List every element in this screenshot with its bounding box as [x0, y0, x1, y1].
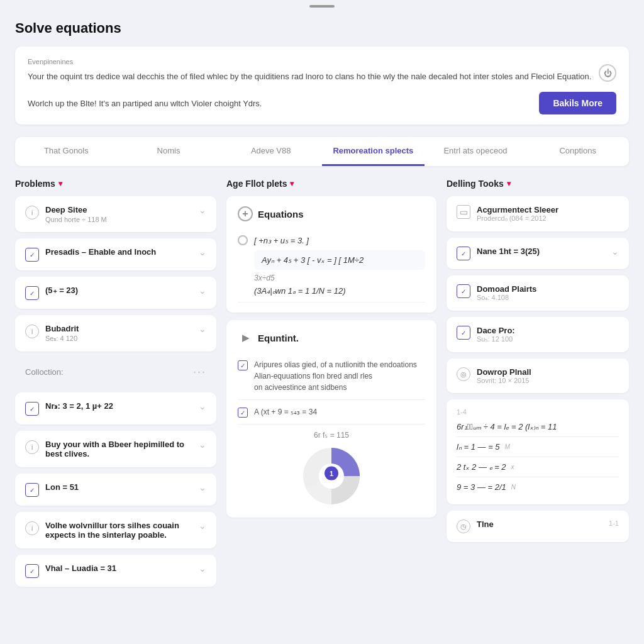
right-item-title: Dowrop Plnall [477, 367, 531, 377]
tab-remoreation-splects[interactable]: Remoreation splects [322, 137, 425, 166]
item-icon-info: i [25, 440, 39, 454]
item-title: Deep Sitee [45, 205, 107, 214]
right-item-icon-checked: ✓ [457, 247, 470, 260]
tab-entrl-ats-opeceod[interactable]: Entrl ats opeceod [425, 137, 527, 166]
delling-tooks-filter-icon[interactable]: ▾ [507, 179, 511, 188]
info-card-footer-text: Worlch up the Blte! It's an partiped anu… [28, 99, 539, 108]
right-item-sub: Sovrit: 10 × 2015 [477, 377, 531, 384]
chevron-icon[interactable]: ⌄ [199, 324, 206, 334]
chevron-icon[interactable]: ⌄ [199, 440, 206, 450]
chevron-icon[interactable]: ⌄ [199, 564, 206, 574]
power-button[interactable]: ⏻ [599, 64, 616, 82]
eq-right-2: lₙ = 1 — = 5 [457, 442, 500, 452]
list-item: ✓ Vhal – Luadia = 31 ⌄ [15, 555, 216, 587]
equation-block-1: [ +n₃ + u₅ = 3. ] Ayₙ + 4₅ + 3 [ - vₓ = … [238, 229, 425, 303]
right-item-sub: Su₅: 12 100 [477, 335, 515, 343]
item-icon-checked: ✓ [25, 564, 39, 578]
last-item-title: Tlne [477, 519, 494, 529]
right-list-item: ✓ Domoad Plairts So₄: 4.108 [447, 275, 629, 311]
eq-radio[interactable] [238, 235, 248, 245]
bakils-more-button[interactable]: Bakils More [539, 92, 616, 114]
chevron-icon[interactable]: ⌄ [199, 286, 206, 296]
check-icon: ✓ [238, 360, 248, 370]
item-icon-checked: ✓ [25, 402, 39, 416]
item-title: Vhal – Luadia = 31 [45, 564, 116, 573]
plus-icon[interactable]: + [238, 206, 253, 221]
delling-tooks-column: Delling Tooks ▾ ▭ Acgurmentect Sleeer Pr… [447, 179, 629, 548]
check-text-1: Aripures olias gied, of a nutlionith the… [254, 359, 417, 393]
last-item-icon: ◷ [457, 519, 470, 533]
check-item-2: ✓ A (xt + 9 = ₅₄₃ = 34 [238, 400, 425, 425]
eq-right-1: 6r₁ₗ᷊ᵤₘ ÷ 4 = lₑ = 2 (lₓ₎ₙ = 11 [457, 422, 619, 431]
tab-nomis[interactable]: Nomis [118, 137, 220, 166]
last-right-item: ◷ Tlne 1-1 [447, 511, 629, 542]
item-icon-info: i [25, 521, 39, 535]
tab-adeve-v88[interactable]: Adeve V88 [219, 137, 322, 166]
eq-right-pager1: 1-4 [457, 408, 467, 416]
top-bar-handle [309, 5, 335, 8]
check-icon-2: ✓ [238, 408, 248, 418]
info-card: Evenpinenines Your the oquint trs dedice… [15, 47, 629, 125]
check-item-1: ✓ Aripures olias gied, of a nutlionith t… [238, 353, 425, 400]
right-item-title: Nane 1ht = 3(25) [477, 247, 540, 256]
item-title: (5₊ = 23) [45, 286, 78, 295]
pie-area: 6r f₅ = 115 2 1 [238, 425, 425, 508]
item-icon-info: i [25, 206, 39, 219]
item-icon-checked: ✓ [25, 483, 39, 497]
section-dots: ··· [193, 365, 206, 379]
chevron-icon[interactable]: ⌄ [611, 247, 619, 257]
tabs-bar: That Gonols Nomis Adeve V88 Remoreation … [15, 137, 629, 166]
main-content: Problems ▾ i Deep Sitee Qund horte ÷ 118… [15, 179, 629, 593]
chevron-icon[interactable]: ⌄ [199, 482, 206, 492]
list-item: i Deep Sitee Qund horte ÷ 118 M ⌄ [15, 196, 216, 232]
item-icon-checked: ✓ [25, 286, 39, 300]
list-item: ✓ Lon = 51 ⌄ [15, 474, 216, 506]
eq-right-3: 2 tₓ 2 — ₑ = 2 [457, 462, 506, 472]
right-item-sub: So₄: 4.108 [477, 294, 536, 302]
eq-text-3: (3A₄|ₒwn 1ₐ = 1 1/N = 12) [254, 286, 425, 296]
chevron-icon[interactable]: ⌄ [199, 247, 206, 257]
chevron-icon[interactable]: ⌄ [199, 521, 206, 531]
info-card-footer: Worlch up the Blte! It's an partiped anu… [28, 92, 616, 114]
eq-n-label: N [511, 484, 516, 491]
pie-chart: 2 1 [300, 445, 363, 508]
right-list-item: ▭ Acgurmentect Sleeer Prodercd₀ (084 = 2… [447, 196, 629, 231]
eq-m-label: M [505, 443, 510, 450]
page-title: Solve equations [15, 20, 629, 36]
item-title: Buy your with a Bbeer hepimilled to best… [45, 440, 192, 458]
right-item-sub: Prodercd₀ (084 = 2012 [477, 214, 558, 223]
age-fliot-column: Age Fllot plets ▾ + Equations [ +n₃ + u₅… [226, 179, 436, 525]
right-item-icon-circle: ◎ [457, 367, 470, 381]
pie-label: 6r f₅ = 115 [314, 431, 349, 440]
right-item-title: Domoad Plairts [477, 284, 536, 294]
eq-x-label: x [511, 464, 514, 470]
eq-sub: 3x÷d5 [254, 274, 425, 282]
equntint-section-header: ▶ Equntint. [238, 330, 425, 345]
item-icon-checked: ✓ [25, 248, 39, 262]
age-fliot-header: Age Fllot plets ▾ [226, 179, 436, 189]
equations-card: + Equations [ +n₃ + u₅ = 3. ] Ayₙ + 4₅ +… [226, 196, 436, 313]
play-icon[interactable]: ▶ [238, 330, 253, 345]
chevron-icon[interactable]: ⌄ [199, 401, 206, 411]
problems-filter-icon[interactable]: ▾ [58, 179, 62, 188]
item-title: Volhe wolvnillur tors silhes couain expe… [45, 521, 192, 540]
delling-tooks-header: Delling Tooks ▾ [447, 179, 629, 189]
power-icon: ⏻ [604, 69, 612, 78]
tab-conptions[interactable]: Conptions [526, 137, 629, 166]
right-list-item: ◎ Dowrop Plnall Sovrit: 10 × 2015 [447, 358, 629, 393]
list-item: ✓ Presadis – Ehable and Inoch ⌄ [15, 238, 216, 270]
age-fliot-filter-icon[interactable]: ▾ [290, 179, 294, 188]
tab-that-gonols[interactable]: That Gonols [15, 137, 118, 166]
right-item-icon-checked: ✓ [457, 284, 470, 298]
chevron-icon[interactable]: ⌄ [199, 205, 206, 215]
top-bar [0, 0, 644, 10]
item-title: Lon = 51 [45, 482, 79, 492]
right-list-item: ✓ Dace Pro: Su₅: 12 100 [447, 317, 629, 352]
list-item: ✓ Nr₃: 3 = 2, 1 µ+ 22 ⌄ [15, 392, 216, 425]
equations-right-card: 1-4 6r₁ₗ᷊ᵤₘ ÷ 4 = lₑ = 2 (lₓ₎ₙ = 11 lₙ =… [447, 399, 629, 504]
item-sub: Qund horte ÷ 118 M [45, 216, 107, 223]
right-item-icon-checked: ✓ [457, 326, 470, 340]
list-item: ✓ (5₊ = 23) ⌄ [15, 277, 216, 309]
item-title: Presadis – Ehable and Inoch [45, 247, 156, 257]
problems-column: Problems ▾ i Deep Sitee Qund horte ÷ 118… [15, 179, 216, 593]
